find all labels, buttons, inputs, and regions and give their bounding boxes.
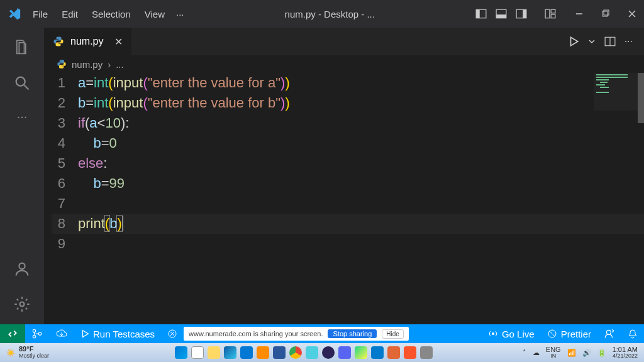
line-number: 3: [52, 113, 78, 133]
battery-icon[interactable]: 🔋: [597, 349, 606, 357]
svg-point-14: [16, 77, 25, 86]
go-live-button[interactable]: Go Live: [482, 329, 541, 339]
tray-chevron-icon[interactable]: ˄: [523, 349, 526, 357]
error-icon[interactable]: [161, 329, 184, 339]
svg-rect-26: [596, 92, 609, 93]
vscode-app-icon[interactable]: [371, 346, 384, 359]
python-file-icon: [53, 36, 64, 47]
line-number: 9: [52, 234, 78, 254]
volume-icon[interactable]: 🔊: [582, 349, 591, 357]
hide-sharing-button[interactable]: Hide: [382, 329, 404, 339]
vlc-app-icon[interactable]: [257, 346, 269, 359]
run-icon[interactable]: [568, 36, 579, 47]
chrome-app-icon[interactable]: [289, 346, 302, 359]
remote-icon[interactable]: [0, 324, 25, 343]
svg-rect-24: [596, 84, 605, 85]
task-view-icon[interactable]: [191, 346, 204, 359]
breadcrumb[interactable]: num.py › ...: [44, 55, 644, 73]
editor-area: num.py ✕ ··· num.py › ... 1a=int(input("…: [44, 28, 644, 324]
tab-num-py[interactable]: num.py ✕: [44, 28, 131, 55]
maximize-icon[interactable]: [601, 9, 610, 18]
matlab-app-icon[interactable]: [387, 346, 400, 359]
clock[interactable]: 1:01 AM4/21/2022: [613, 346, 638, 359]
explorer-icon[interactable]: [13, 39, 31, 57]
svg-point-34: [607, 330, 611, 334]
svg-rect-7: [551, 9, 555, 13]
onedrive-icon[interactable]: ☁: [533, 349, 540, 357]
panel-bottom-icon[interactable]: [496, 8, 507, 19]
word-app-icon[interactable]: [273, 346, 286, 359]
status-bar: Run Testcases www.numerade.com is sharin…: [0, 324, 644, 343]
mail-app-icon[interactable]: [240, 346, 253, 359]
run-testcases-button[interactable]: Run Testcases: [74, 329, 161, 339]
pycharm-app-icon[interactable]: [355, 346, 367, 359]
bell-icon[interactable]: [621, 329, 644, 339]
menu-view[interactable]: View: [145, 9, 165, 19]
editor-more-icon[interactable]: ···: [625, 36, 633, 47]
wifi-icon[interactable]: 📶: [567, 349, 576, 357]
line-number: 2: [52, 93, 78, 113]
share-text: www.numerade.com is sharing your screen.: [189, 330, 323, 337]
windows-taskbar: ☀️ 89°F Mostly clear ˄ ☁ ENGIN 📶 🔊 🔋: [0, 343, 644, 362]
cloud-sync-icon[interactable]: [49, 329, 74, 339]
tab-filename: num.py: [70, 36, 103, 47]
title-bar: File Edit Selection View ··· num.py - De…: [0, 0, 644, 28]
svg-rect-6: [545, 9, 550, 18]
settings-app-icon[interactable]: [420, 346, 433, 359]
line-number: 1: [52, 73, 78, 93]
minimap[interactable]: [594, 73, 644, 111]
stop-sharing-button[interactable]: Stop sharing: [328, 329, 377, 338]
feedback-icon[interactable]: [597, 328, 621, 339]
discord-app-icon[interactable]: [338, 346, 351, 359]
scrollbar-thumb[interactable]: [638, 73, 644, 123]
layout-grid-icon[interactable]: [545, 8, 556, 19]
menu-edit[interactable]: Edit: [62, 9, 78, 19]
svg-rect-10: [602, 11, 608, 16]
weather-temp: 89°F: [19, 346, 49, 353]
window-title: num.py - Desktop - ...: [184, 9, 475, 19]
code-editor[interactable]: 1a=int(input("enter the value for a")) 2…: [44, 73, 644, 324]
source-control-icon[interactable]: [25, 328, 49, 339]
edge-app-icon[interactable]: [224, 346, 236, 359]
main-area: ··· num.py ✕ ··· num.py › ...: [0, 28, 644, 324]
line-number: 5: [52, 153, 78, 173]
line-number: 8: [52, 214, 78, 234]
tab-close-icon[interactable]: ✕: [114, 36, 123, 48]
notepad-app-icon[interactable]: [306, 346, 318, 359]
panel-right-icon[interactable]: [516, 8, 527, 19]
svg-rect-25: [600, 87, 609, 88]
eclipse-app-icon[interactable]: [322, 346, 335, 359]
close-icon[interactable]: [628, 9, 636, 18]
svg-rect-1: [476, 9, 480, 18]
menu-overflow-icon[interactable]: ···: [176, 9, 184, 19]
prettier-button[interactable]: Prettier: [541, 329, 597, 339]
weather-widget[interactable]: ☀️ 89°F Mostly clear: [0, 346, 49, 359]
svg-rect-8: [551, 14, 555, 18]
svg-rect-22: [596, 79, 609, 80]
account-icon[interactable]: [13, 260, 31, 278]
language-indicator[interactable]: ENGIN: [546, 346, 561, 359]
svg-rect-23: [600, 82, 608, 83]
svg-point-28: [33, 335, 36, 338]
run-dropdown-icon[interactable]: [588, 38, 596, 45]
brave-app-icon[interactable]: [404, 346, 416, 359]
python-file-icon: [57, 59, 67, 69]
settings-gear-icon[interactable]: [13, 295, 31, 313]
taskbar-apps: [175, 346, 433, 359]
text-cursor: [122, 216, 123, 231]
search-icon[interactable]: [13, 74, 31, 92]
explorer-app-icon[interactable]: [208, 346, 220, 359]
overflow-icon[interactable]: ···: [17, 109, 28, 124]
menu-file[interactable]: File: [33, 9, 48, 19]
split-editor-icon[interactable]: [604, 36, 616, 47]
line-number: 7: [52, 194, 78, 214]
svg-point-29: [38, 332, 42, 336]
minimize-icon[interactable]: [575, 9, 584, 18]
line-number: 6: [52, 173, 78, 194]
editor-actions: ···: [568, 36, 644, 47]
svg-rect-11: [604, 10, 609, 15]
menu-selection[interactable]: Selection: [92, 9, 131, 19]
panel-left-icon[interactable]: [475, 8, 487, 19]
svg-rect-21: [596, 77, 628, 78]
start-icon[interactable]: [175, 346, 187, 359]
